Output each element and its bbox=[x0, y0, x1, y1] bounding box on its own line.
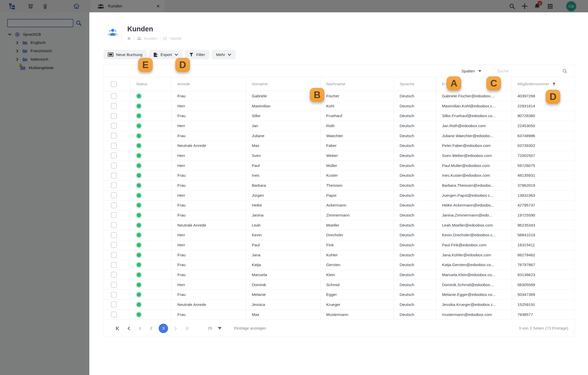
home-icon[interactable] bbox=[127, 36, 131, 41]
cell-mitgliedernummer: 86278462 bbox=[512, 250, 574, 260]
table-row[interactable]: FrauGabrieleFischerDeutschGabriele.Fisch… bbox=[104, 91, 574, 101]
table-row[interactable]: FrauJaninaZimmermannDeutschJanina.Zimmer… bbox=[104, 210, 574, 220]
row-col-cb bbox=[104, 310, 130, 320]
row-checkbox[interactable] bbox=[111, 163, 117, 168]
row-col-status bbox=[130, 210, 172, 220]
row-checkbox[interactable] bbox=[111, 252, 117, 258]
status-active-indicator bbox=[137, 173, 141, 177]
cell-nachname: Zimmermann bbox=[321, 210, 394, 220]
row-checkbox[interactable] bbox=[111, 123, 117, 129]
table-row[interactable]: Neutrale AnredeLeahMoellerDeutschLeah.Mo… bbox=[104, 220, 574, 230]
table-search-input[interactable] bbox=[496, 67, 558, 75]
table-row[interactable]: Neutrale AnredeJessicaKruegerDeutschJess… bbox=[104, 300, 574, 310]
page-size-select[interactable]: 25 bbox=[208, 326, 222, 331]
cell-nachname: Waechter bbox=[321, 131, 394, 141]
table-row[interactable]: HerrPaulMüllerDeutschPaul.Muller@edoobox… bbox=[104, 161, 574, 171]
cell-vorname: Jessica bbox=[246, 300, 321, 310]
row-checkbox[interactable] bbox=[111, 153, 117, 158]
row-checkbox[interactable] bbox=[111, 93, 117, 99]
row-checkbox[interactable] bbox=[111, 212, 117, 218]
page-button-1[interactable]: 1 bbox=[136, 324, 144, 333]
row-checkbox[interactable] bbox=[111, 312, 117, 317]
cell-vorname: Jürgen bbox=[246, 191, 321, 200]
select-all-checkbox[interactable] bbox=[111, 81, 117, 87]
first-page-button[interactable] bbox=[113, 324, 121, 333]
row-checkbox[interactable] bbox=[111, 113, 117, 119]
column-header-mitgliedernummer[interactable]: Mitgliedernummer bbox=[512, 77, 574, 91]
row-checkbox[interactable] bbox=[111, 302, 117, 307]
table-row[interactable]: HerrDominikSchmidDeutschDominik.Schmid@e… bbox=[104, 280, 574, 290]
row-checkbox[interactable] bbox=[111, 242, 117, 248]
status-active-indicator bbox=[137, 124, 141, 128]
columns-dropdown[interactable]: Spalten bbox=[461, 65, 481, 77]
cell-anrede: Herr bbox=[172, 191, 246, 200]
table-row[interactable]: FrauSilkeFruehaufDeutschSilke.Fruehauf@e… bbox=[104, 111, 574, 121]
cell-anrede: Frau bbox=[172, 200, 246, 210]
table-row[interactable]: FrauHeikeAckermannDeutschHeike.Ackermann… bbox=[104, 200, 574, 210]
table-row[interactable]: HerrMaximilianKohlDeutschMaximilian.Kohl… bbox=[104, 101, 574, 111]
row-col-status bbox=[130, 250, 172, 260]
filter-funnel-icon bbox=[189, 52, 194, 57]
status-active-indicator bbox=[137, 114, 141, 118]
row-checkbox[interactable] bbox=[111, 262, 117, 268]
last-page-button[interactable] bbox=[183, 324, 191, 333]
table-row[interactable]: FrauJanaKohlerDeutschJana.Kohler@edoobox… bbox=[104, 250, 574, 260]
new-booking-button[interactable]: Neue Buchung bbox=[103, 50, 147, 59]
table-row[interactable]: HerrJanRothDeutschJan.Roth@edoobox.com22… bbox=[104, 121, 574, 131]
table-row[interactable]: FrauBarbaraTheissenDeutschBarbara.Theiss… bbox=[104, 181, 574, 191]
table-row[interactable]: FrauKatjaGerstenDeutschKatja.Gersten@edo… bbox=[104, 260, 574, 270]
column-header-nachname[interactable]: Nachname bbox=[321, 77, 394, 91]
cell-vorname: Heike bbox=[246, 200, 321, 210]
column-header-anrede[interactable]: Anrede bbox=[172, 77, 246, 91]
row-checkbox[interactable] bbox=[111, 173, 117, 179]
people-icon bbox=[137, 36, 142, 40]
table-row[interactable]: FrauMaxMustermannDeutschmustermann@edoob… bbox=[104, 310, 574, 320]
cell-sprache: Deutsch bbox=[394, 141, 436, 151]
column-header-sprache[interactable]: Sprache bbox=[394, 77, 436, 91]
row-checkbox[interactable] bbox=[111, 103, 117, 109]
table-row[interactable]: HerrPaulFinkDeutschPaul.Fink@edoobox.com… bbox=[104, 240, 574, 250]
table-search-icon[interactable] bbox=[562, 68, 568, 74]
table-row[interactable]: FrauInesKusterDeutschInes.Kuster@edoobox… bbox=[104, 171, 574, 181]
cell-vorname: Barbara bbox=[246, 181, 321, 190]
cell-vorname: Sven bbox=[246, 151, 321, 161]
cell-vorname: Max bbox=[246, 141, 321, 151]
row-checkbox[interactable] bbox=[111, 222, 117, 228]
row-checkbox[interactable] bbox=[111, 133, 117, 139]
column-header-vorname[interactable]: Vorname bbox=[246, 77, 321, 91]
cell-anrede: Frau bbox=[172, 181, 246, 190]
breadcrumb-item[interactable]: Kunden bbox=[144, 36, 157, 41]
row-checkbox[interactable] bbox=[111, 202, 117, 208]
page-button-3-active[interactable]: 3 bbox=[159, 324, 168, 333]
table-row[interactable]: FrauManuelaKleinDeutschManuela.Klein@edo… bbox=[104, 270, 574, 280]
cell-email: Ines.Kuster@edoobox.com bbox=[436, 171, 512, 180]
cell-nachname: Drechsler bbox=[321, 230, 394, 240]
row-checkbox[interactable] bbox=[111, 182, 117, 188]
row-checkbox[interactable] bbox=[111, 292, 117, 298]
booking-card-icon bbox=[108, 52, 113, 57]
table-row[interactable]: FrauMelanieEggerDeutschMelanie.Egger@edo… bbox=[104, 290, 574, 300]
more-button[interactable]: Mehr bbox=[212, 50, 236, 59]
table-row[interactable]: HerrSvenWeberDeutschSven.Weber@edoobox.c… bbox=[104, 151, 574, 161]
cell-nachname: Fruehauf bbox=[321, 111, 394, 121]
table-row[interactable]: HerrJürgenPapstDeutschJuergen.Papst@edoo… bbox=[104, 191, 574, 201]
next-page-button[interactable] bbox=[172, 324, 179, 333]
row-checkbox[interactable] bbox=[111, 272, 117, 278]
table-row[interactable]: Neutrale AnredeMaxFaberDeutschPeter.Fabe… bbox=[104, 141, 574, 151]
column-filter-icon[interactable] bbox=[552, 82, 556, 86]
column-header-status[interactable]: Status bbox=[130, 77, 172, 91]
cell-nachname: Fink bbox=[321, 240, 394, 250]
table-row[interactable]: FrauJulianeWaechterDeutschJuliane.Waecht… bbox=[104, 131, 574, 141]
page-button-2[interactable]: 2 bbox=[147, 324, 155, 333]
cell-sprache: Deutsch bbox=[394, 220, 436, 230]
status-active-indicator bbox=[137, 154, 141, 158]
row-checkbox[interactable] bbox=[111, 143, 117, 149]
cell-sprache: Deutsch bbox=[394, 121, 436, 131]
previous-page-button[interactable] bbox=[125, 324, 132, 333]
row-checkbox[interactable] bbox=[111, 232, 117, 238]
row-checkbox[interactable] bbox=[111, 192, 117, 198]
table-row[interactable]: HerrKevinDrechslerDeutschKevin.Drechsler… bbox=[104, 230, 574, 240]
row-checkbox[interactable] bbox=[111, 282, 117, 288]
breadcrumb-separator: › bbox=[133, 36, 134, 40]
filter-button[interactable]: Filter bbox=[185, 50, 209, 59]
